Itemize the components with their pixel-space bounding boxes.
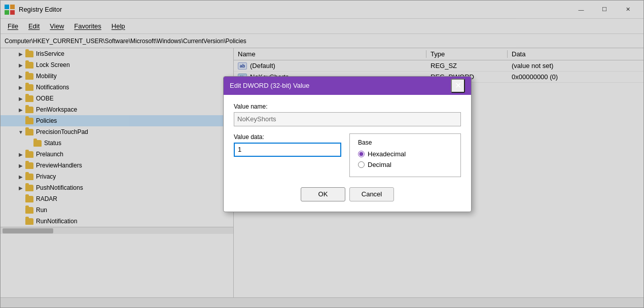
edit-dword-dialog: Edit DWORD (32-bit) Value ✕ Value name: … (223, 76, 472, 212)
base-group: Base Hexadecimal Decimal (349, 133, 461, 177)
dialog-title-bar: Edit DWORD (32-bit) Value ✕ (224, 77, 471, 95)
value-name-label: Value name: (234, 103, 461, 110)
dialog-title-text: Edit DWORD (32-bit) Value (230, 82, 451, 89)
radio-hexadecimal-label: Hexadecimal (368, 150, 406, 158)
base-legend: Base (358, 139, 452, 146)
value-data-base-row: Value data: Base Hexadecimal Decimal (234, 133, 461, 177)
dialog-close-button[interactable]: ✕ (451, 79, 465, 93)
value-data-field: Value data: (234, 133, 341, 157)
radio-hexadecimal[interactable]: Hexadecimal (358, 150, 452, 158)
value-data-label: Value data: (234, 133, 341, 141)
dialog-buttons: OK Cancel (234, 187, 461, 201)
radio-hexadecimal-input[interactable] (358, 151, 365, 157)
value-name-field: Value name: (234, 103, 461, 126)
cancel-button[interactable]: Cancel (349, 187, 394, 201)
dialog-overlay: Edit DWORD (32-bit) Value ✕ Value name: … (0, 0, 644, 308)
value-name-input[interactable] (234, 112, 461, 126)
radio-decimal-input[interactable] (358, 161, 365, 168)
radio-decimal[interactable]: Decimal (358, 161, 452, 168)
value-data-input[interactable] (234, 143, 341, 157)
radio-decimal-label: Decimal (368, 161, 391, 168)
dialog-body: Value name: Value data: Base Hexadecimal (224, 95, 471, 212)
ok-button[interactable]: OK (301, 187, 345, 201)
